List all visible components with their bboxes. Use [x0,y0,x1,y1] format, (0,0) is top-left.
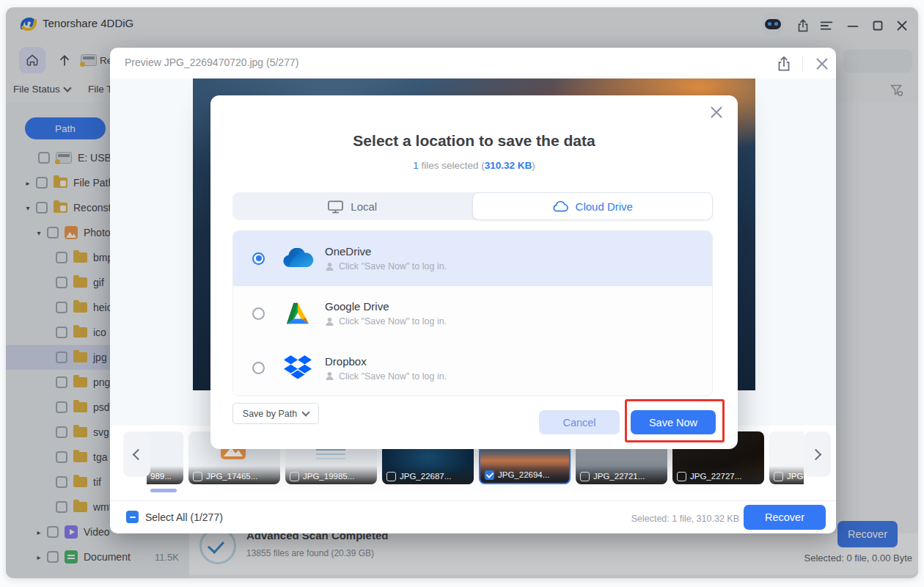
file-name: JPG_19985... [303,472,354,481]
save-location-tabs: Local Cloud Drive [232,192,713,220]
file-name: JPG_22727... [690,472,741,481]
checkbox[interactable] [386,472,396,481]
thumbnail-label: JPG_22687... [382,466,474,484]
thumbnail-jpg[interactable]: JPG [769,431,804,484]
hint-text: Click "Save Now" to log in. [339,371,447,382]
file-name: 989... [150,472,172,481]
thumbnail-989[interactable]: 989... [147,431,183,484]
google-drive-logo-icon [279,299,316,328]
modal-close-icon[interactable] [707,103,726,122]
file-name: JPG_22694... [498,470,549,479]
cloud-option-hint: Click "Save Now" to log in. [325,371,447,382]
cloud-option-hint: Click "Save Now" to log in. [325,316,447,327]
cloud-option-onedrive[interactable]: OneDriveClick "Save Now" to log in. [233,231,712,286]
export-icon[interactable] [774,54,793,73]
tab-local-label: Local [351,200,377,213]
cloud-option-text: DropboxClick "Save Now" to log in. [325,355,447,382]
cancel-button[interactable]: Cancel [539,410,620,434]
cloud-icon [552,200,569,213]
radio-selected[interactable] [252,252,265,265]
screen: Tenorshare 4DDiG [0,0,924,587]
hint-text: Click "Save Now" to log in. [339,316,447,327]
thumbnail-label: JPG_22721... [576,466,667,484]
preview-dialog-header: Preview JPG_2269470720.jpg (5/277) [110,48,836,79]
radio[interactable] [252,362,265,374]
file-name: JPG [787,472,803,481]
radio[interactable] [252,307,265,320]
hint-text: Click "Save Now" to log in. [339,261,447,271]
strip-scroll-indicator[interactable] [150,489,177,492]
tab-cloud-drive[interactable]: Cloud Drive [472,192,714,220]
thumbnail-label: JPG_17465... [188,466,280,484]
preview-footer: Select All (1/277) Selected: 1 file, 310… [110,500,836,534]
modal-title: Select a location to save the data [210,132,738,150]
select-all-label: Select All (1/277) [145,511,223,523]
checkbox[interactable] [677,472,686,481]
preview-close-icon[interactable] [813,54,832,73]
cloud-option-google-drive[interactable]: Google DriveClick "Save Now" to log in. [233,286,712,341]
cloud-option-dropbox[interactable]: DropboxClick "Save Now" to log in. [233,340,712,395]
checkbox[interactable] [774,472,783,481]
preview-selected-info: Selected: 1 file, 310.32 KB [631,514,739,524]
selected-size: 310.32 KB [485,160,532,171]
file-name: JPG_22687... [400,472,451,481]
cloud-option-text: OneDriveClick "Save Now" to log in. [325,245,447,271]
save-location-modal: Select a location to save the data 1 fil… [210,95,738,449]
person-icon [325,317,334,327]
preview-recover-button[interactable]: Recover [744,505,826,530]
checkbox[interactable] [580,472,590,481]
cloud-option-hint: Click "Save Now" to log in. [325,261,447,271]
file-name: JPG_22721... [593,472,645,481]
tab-local[interactable]: Local [232,192,472,220]
checkbox[interactable] [193,472,202,481]
file-name: JPG_17465... [206,472,257,481]
save-now-button[interactable]: Save Now [631,410,716,434]
thumbnail-label: JPG [769,466,804,484]
thumbnail-label: JPG_22727... [672,466,764,484]
cloud-option-name: Google Drive [325,300,447,313]
divider [802,56,803,70]
strip-prev-button[interactable] [123,431,150,477]
selected-count: 1 [413,160,419,171]
chevron-down-icon [302,408,310,416]
cloud-option-name: OneDrive [325,245,447,258]
thumbnail-label: JPG_19985... [285,466,377,484]
select-all-checkbox[interactable]: Select All (1/277) [126,511,223,523]
onedrive-logo-icon [279,244,316,273]
tab-cloud-drive-label: Cloud Drive [576,200,633,213]
cloud-option-name: Dropbox [325,355,447,368]
checkbox[interactable] [290,472,299,481]
modal-subtitle: 1 files selected (310.32 KB) [210,160,738,171]
save-by-path-dropdown[interactable]: Save by Path [232,403,319,424]
person-icon [325,371,334,381]
strip-next-button[interactable] [804,431,831,477]
dropbox-logo-icon [279,354,316,383]
preview-title: Preview JPG_2269470720.jpg (5/277) [125,56,298,68]
person-icon [325,262,334,271]
indeterminate-checkbox-icon [126,511,139,523]
checked-checkbox[interactable] [485,470,494,480]
cloud-options-list: OneDriveClick "Save Now" to log in.Googl… [232,230,713,396]
cloud-option-text: Google DriveClick "Save Now" to log in. [325,300,447,327]
monitor-icon [327,200,344,214]
thumbnail-label: JPG_22694... [480,464,569,483]
thumbnail-label: 989... [147,466,183,484]
